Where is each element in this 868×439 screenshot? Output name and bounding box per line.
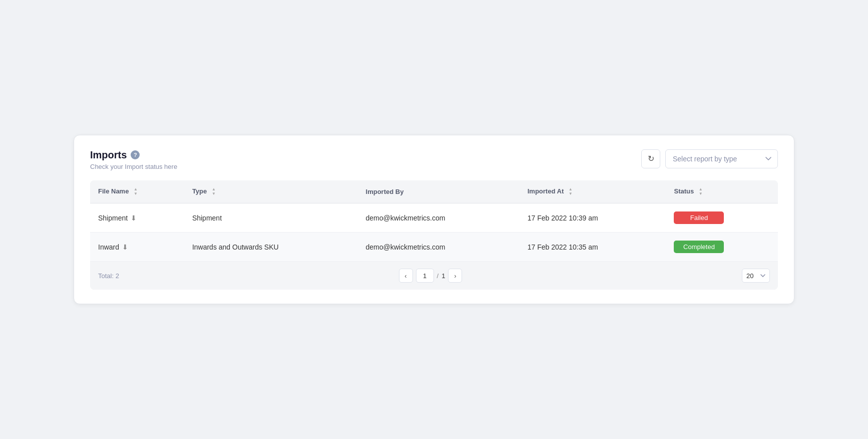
table-container: File Name ▲ ▼ Type ▲ ▼ [90, 180, 778, 290]
header-row: File Name ▲ ▼ Type ▲ ▼ [90, 180, 778, 203]
table-footer: Total: 2 ‹ / 1 › 10 20 50 100 [90, 262, 778, 290]
sort-icon-imported-at[interactable]: ▲ ▼ [569, 187, 573, 196]
refresh-icon: ↻ [648, 154, 654, 163]
status-badge-failed: Failed [674, 211, 724, 224]
cell-type-2: Inwards and Outwards SKU [184, 233, 358, 262]
sort-icon-type[interactable]: ▲ ▼ [212, 187, 216, 196]
card-title-text: Imports [90, 149, 127, 161]
table-header: File Name ▲ ▼ Type ▲ ▼ [90, 180, 778, 203]
cell-status-1: Failed [666, 203, 778, 233]
table-row: Inward ⬇ Inwards and Outwards SKU demo@k… [90, 233, 778, 262]
chevron-right-icon: › [454, 272, 456, 280]
card-header: Imports ? Check your Import status here … [90, 149, 778, 170]
cell-imported-at-1: 17 Feb 2022 10:39 am [520, 203, 666, 233]
col-header-imported-at: Imported At ▲ ▼ [520, 180, 666, 203]
imports-table: File Name ▲ ▼ Type ▲ ▼ [90, 180, 778, 262]
total-count: Total: 2 [98, 272, 119, 280]
file-name-text-1: Shipment [98, 214, 128, 222]
status-badge-completed: Completed [674, 241, 724, 253]
col-header-file-name: File Name ▲ ▼ [90, 180, 184, 203]
card-title: Imports ? [90, 149, 177, 161]
download-icon-2[interactable]: ⬇ [122, 243, 128, 251]
page-separator: / [437, 272, 439, 280]
cell-imported-by-2: demo@kwickmetrics.com [358, 233, 520, 262]
cell-status-2: Completed [666, 233, 778, 262]
help-icon[interactable]: ? [131, 150, 140, 159]
chevron-left-icon: ‹ [404, 272, 406, 280]
header-controls: ↻ Select report by type Shipment Inwards… [641, 149, 778, 168]
col-header-status: Status ▲ ▼ [666, 180, 778, 203]
current-page-input[interactable] [416, 269, 434, 283]
pagination: ‹ / 1 › [399, 269, 463, 283]
table-body: Shipment ⬇ Shipment demo@kwickmetrics.co… [90, 203, 778, 262]
cell-imported-by-1: demo@kwickmetrics.com [358, 203, 520, 233]
next-page-button[interactable]: › [448, 269, 462, 283]
refresh-button[interactable]: ↻ [641, 149, 660, 168]
col-header-imported-by: Imported By [358, 180, 520, 203]
file-name-text-2: Inward [98, 243, 119, 251]
page-size-select[interactable]: 10 20 50 100 [742, 269, 770, 283]
cell-file-name-2: Inward ⬇ [90, 233, 184, 262]
col-header-type: Type ▲ ▼ [184, 180, 358, 203]
card-subtitle: Check your Import status here [90, 163, 177, 170]
cell-imported-at-2: 17 Feb 2022 10:35 am [520, 233, 666, 262]
card-title-group: Imports ? Check your Import status here [90, 149, 177, 170]
page-container: Imports ? Check your Import status here … [0, 0, 868, 439]
cell-file-name-1: Shipment ⬇ [90, 203, 184, 233]
download-icon-1[interactable]: ⬇ [131, 214, 137, 222]
sort-icon-file-name[interactable]: ▲ ▼ [134, 187, 138, 196]
report-type-select[interactable]: Select report by type Shipment Inwards a… [665, 149, 778, 168]
total-pages: 1 [442, 272, 445, 280]
imports-card: Imports ? Check your Import status here … [74, 135, 794, 304]
sort-icon-status[interactable]: ▲ ▼ [699, 187, 703, 196]
prev-page-button[interactable]: ‹ [399, 269, 413, 283]
cell-type-1: Shipment [184, 203, 358, 233]
table-row: Shipment ⬇ Shipment demo@kwickmetrics.co… [90, 203, 778, 233]
